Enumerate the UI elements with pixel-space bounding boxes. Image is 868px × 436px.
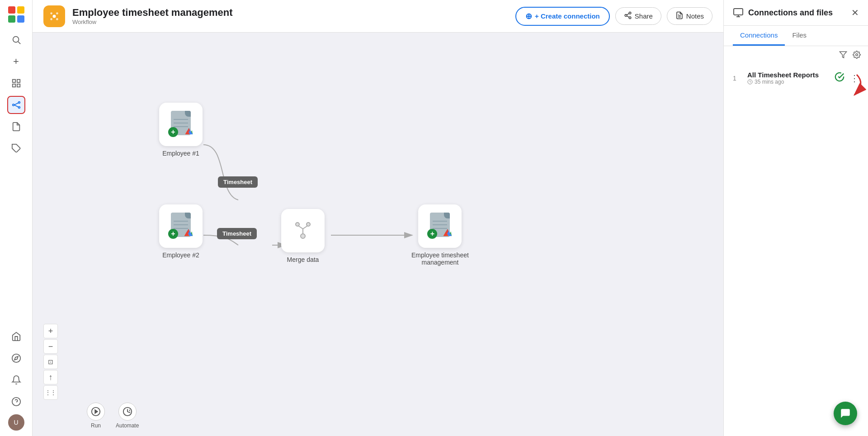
svg-rect-7: [17, 80, 19, 82]
tab-files[interactable]: Files: [785, 26, 814, 46]
connection-more-button[interactable]: ⋮: [850, 73, 859, 84]
connection-status-icon: [835, 72, 844, 84]
automate-button[interactable]: Automate: [116, 403, 139, 429]
timesheet-mgmt-node[interactable]: + Employee timesheet management: [411, 204, 469, 266]
svg-rect-2: [8, 15, 15, 23]
svg-line-24: [627, 14, 629, 15]
connection-time-text: 35 mins ago: [755, 79, 784, 85]
settings-icon[interactable]: [853, 51, 861, 61]
svg-point-20: [629, 12, 631, 14]
run-label: Run: [91, 422, 101, 429]
up-button[interactable]: ↑: [43, 370, 58, 384]
page-title: Employee timesheet management: [72, 7, 233, 19]
panel-toolbar: [724, 46, 868, 66]
create-connection-icon: ⊕: [525, 11, 532, 21]
home-icon[interactable]: [7, 327, 25, 346]
main-area: Employee timesheet management Workflow ⊕…: [33, 0, 723, 436]
svg-rect-1: [17, 6, 24, 14]
timesheet-badge-1[interactable]: Timesheet: [218, 176, 258, 188]
header-titles: Employee timesheet management Workflow: [72, 7, 233, 25]
search-icon[interactable]: [7, 31, 25, 49]
notes-label: Notes: [686, 12, 704, 20]
svg-point-11: [18, 102, 20, 104]
page-subtitle: Workflow: [72, 19, 233, 25]
app-logo[interactable]: [7, 5, 25, 24]
workflow-icon[interactable]: [7, 96, 25, 114]
merge-box[interactable]: [281, 209, 325, 252]
svg-point-30: [301, 234, 305, 238]
header: Employee timesheet management Workflow ⊕…: [33, 0, 723, 33]
filter-icon[interactable]: [839, 51, 847, 61]
connector-lines: [33, 33, 723, 436]
tab-connections[interactable]: Connections: [733, 26, 785, 46]
notes-icon: [675, 11, 684, 21]
svg-point-34: [296, 223, 299, 226]
sidebar: +: [0, 0, 33, 436]
bell-icon[interactable]: [7, 371, 25, 389]
workflow-header-icon: [43, 5, 65, 27]
workflow-canvas[interactable]: + Employee #1: [33, 33, 723, 436]
timesheet-badge-1-label: Timesheet: [223, 179, 252, 185]
svg-rect-6: [12, 80, 15, 82]
fit-view-button[interactable]: ⊡: [43, 355, 58, 369]
notes-button[interactable]: Notes: [667, 7, 712, 25]
timesheet-badge-2[interactable]: Timesheet: [217, 228, 257, 239]
timesheet-mgmt-box[interactable]: +: [418, 204, 462, 248]
label-icon[interactable]: [7, 139, 25, 157]
connection-info: All Timesheet Reports 35 mins ago: [747, 71, 829, 85]
timesheet-mgmt-label: Employee timesheet management: [411, 251, 469, 266]
panel-header: Connections and files ✕: [724, 0, 868, 26]
grid-button[interactable]: ⋮⋮: [43, 385, 58, 400]
merge-label: Merge data: [287, 256, 319, 263]
connection-item-1: 1 All Timesheet Reports 35 mins ago ⋮: [724, 66, 868, 90]
panel-tabs: Connections Files: [724, 26, 868, 46]
tab-connections-label: Connections: [740, 31, 778, 39]
compass-icon[interactable]: [7, 349, 25, 367]
create-connection-label: + Create connection: [535, 12, 600, 20]
zoom-in-button[interactable]: +: [43, 324, 58, 338]
svg-marker-42: [840, 52, 847, 58]
connections-panel-icon: [733, 7, 744, 18]
svg-line-23: [627, 16, 629, 17]
svg-point-21: [625, 14, 627, 17]
share-label: Share: [635, 12, 653, 20]
help-icon[interactable]: [7, 393, 25, 411]
add-icon[interactable]: +: [7, 52, 25, 71]
timesheet-badge-2-label: Timesheet: [222, 230, 251, 237]
svg-marker-17: [14, 356, 18, 360]
document-icon[interactable]: [7, 118, 25, 136]
dashboard-icon[interactable]: [7, 74, 25, 92]
svg-line-5: [18, 42, 20, 44]
svg-point-16: [12, 354, 20, 362]
create-connection-button[interactable]: ⊕ + Create connection: [515, 7, 610, 26]
user-avatar[interactable]: U: [8, 414, 24, 431]
merge-node[interactable]: Merge data: [281, 209, 325, 263]
svg-point-35: [307, 223, 310, 226]
employee2-node[interactable]: + Employee #2: [159, 204, 203, 259]
run-button[interactable]: Run: [87, 403, 105, 429]
panel-title: Connections and files: [748, 8, 847, 18]
automate-icon: [118, 403, 137, 421]
employee1-box[interactable]: +: [159, 103, 203, 146]
tab-files-label: Files: [792, 31, 807, 39]
employee1-label: Employee #1: [162, 150, 199, 157]
employee2-box[interactable]: +: [159, 204, 203, 248]
header-actions: ⊕ + Create connection Share: [515, 7, 712, 26]
svg-point-22: [629, 17, 631, 19]
employee2-label: Employee #2: [162, 251, 199, 259]
svg-marker-37: [95, 410, 98, 413]
svg-point-4: [13, 37, 19, 43]
chat-button[interactable]: [834, 402, 857, 425]
svg-point-10: [12, 104, 14, 106]
bottom-toolbar: Run Automate: [87, 403, 139, 429]
svg-line-14: [14, 105, 18, 107]
zoom-out-button[interactable]: −: [43, 339, 58, 354]
employee1-node[interactable]: + Employee #1: [159, 103, 203, 157]
connection-number: 1: [733, 75, 742, 82]
share-button[interactable]: Share: [615, 7, 661, 25]
panel-close-button[interactable]: ✕: [851, 7, 859, 18]
svg-rect-39: [734, 9, 743, 15]
svg-rect-0: [8, 6, 15, 14]
svg-rect-8: [12, 84, 15, 87]
svg-point-12: [18, 107, 20, 109]
